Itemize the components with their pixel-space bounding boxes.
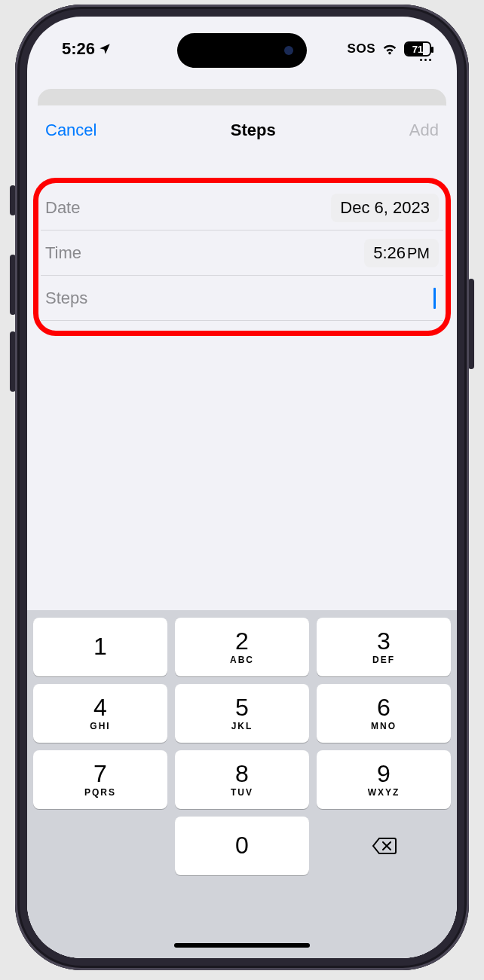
wifi-icon <box>381 41 398 57</box>
key-blank <box>33 817 167 875</box>
date-row[interactable]: Date Dec 6, 2023 <box>41 185 443 230</box>
key-7[interactable]: 7PQRS <box>33 750 167 809</box>
key-9[interactable]: 9WXYZ <box>317 750 451 809</box>
key-6[interactable]: 6MNO <box>317 684 451 743</box>
phone-frame: 5:26 SOS 71 Ca <box>15 5 469 970</box>
numeric-keyboard: 1 2ABC 3DEF 4GHI 5JKL 6MNO 7PQRS 8TUV 9W… <box>27 610 457 958</box>
steps-input[interactable] <box>87 276 439 320</box>
sos-indicator: SOS <box>348 41 375 56</box>
key-1[interactable]: 1 <box>33 618 167 676</box>
steps-row[interactable]: Steps <box>41 276 443 321</box>
key-5[interactable]: 5JKL <box>175 684 309 743</box>
page-title: Steps <box>231 121 276 140</box>
key-2[interactable]: 2ABC <box>175 618 309 676</box>
key-0[interactable]: 0 <box>175 817 309 875</box>
key-3[interactable]: 3DEF <box>317 618 451 676</box>
screen: 5:26 SOS 71 Ca <box>27 17 457 958</box>
time-label: Time <box>45 243 81 263</box>
form-group: Date Dec 6, 2023 Time 5:26PM Steps <box>41 185 443 321</box>
content-area: Date Dec 6, 2023 Time 5:26PM Steps <box>27 155 457 610</box>
text-cursor <box>433 288 436 309</box>
add-button[interactable]: Add <box>409 121 439 140</box>
battery-pct: 71 <box>412 44 423 55</box>
key-4[interactable]: 4GHI <box>33 684 167 743</box>
status-time: 5:26 <box>62 39 95 59</box>
location-icon <box>98 42 112 56</box>
key-delete[interactable] <box>317 817 451 875</box>
time-row[interactable]: Time 5:26PM <box>41 230 443 276</box>
home-indicator[interactable] <box>174 943 310 948</box>
modal-sheet: Cancel Steps Add Date Dec 6, 2023 Time <box>27 105 457 958</box>
backspace-icon <box>370 832 397 859</box>
date-value[interactable]: Dec 6, 2023 <box>331 194 439 222</box>
steps-label: Steps <box>45 289 87 308</box>
time-value[interactable]: 5:26PM <box>364 239 439 267</box>
battery-indicator: 71 <box>404 41 431 56</box>
dynamic-island <box>177 33 307 68</box>
date-label: Date <box>45 198 80 218</box>
navbar: Cancel Steps Add <box>27 105 457 155</box>
cancel-button[interactable]: Cancel <box>45 121 96 140</box>
key-8[interactable]: 8TUV <box>175 750 309 809</box>
